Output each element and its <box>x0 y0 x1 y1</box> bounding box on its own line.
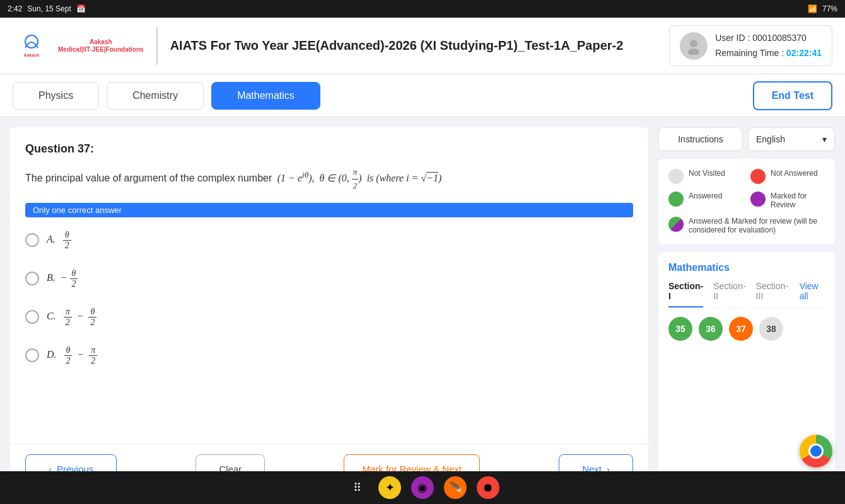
tab-physics[interactable]: Physics <box>13 82 99 110</box>
taskbar: ⠿ ✦ ◉ 🪶 ⏺ <box>0 471 845 504</box>
user-info-box: User ID : 00010085370 Remaining Time : 0… <box>669 25 832 67</box>
question-numbers-grid: 35 36 37 38 <box>668 317 825 341</box>
answered-dot <box>668 192 684 207</box>
answered-marked-dot <box>668 217 684 232</box>
calendar-icon: 📅 <box>76 4 86 13</box>
remaining-time-label: Remaining Time <box>715 48 779 58</box>
svg-point-3 <box>688 49 699 55</box>
legend-answered-marked: Answered & Marked for review (will be co… <box>668 217 825 234</box>
legend-marked: Marked for Review <box>750 192 825 209</box>
section-tab-i[interactable]: Section-I <box>668 281 703 307</box>
option-a: A. θ 2 <box>25 230 633 251</box>
option-d: D. θ 2 − π 2 <box>25 345 633 366</box>
question-number: Question 37: <box>25 142 633 156</box>
subject-tabs-bar: Physics Chemistry Mathematics End Test <box>0 74 845 117</box>
taskbar-feather-icon[interactable]: 🪶 <box>444 476 467 499</box>
remaining-time-colon: : <box>781 48 786 58</box>
legend-not-answered: Not Answered <box>750 169 825 184</box>
section-tab-ii[interactable]: Section-II <box>713 281 745 307</box>
option-c-radio[interactable] <box>25 310 39 324</box>
q-num-37[interactable]: 37 <box>729 317 753 341</box>
option-d-radio[interactable] <box>25 348 39 362</box>
chrome-inner <box>808 444 824 459</box>
not-answered-label: Not Answered <box>771 169 818 178</box>
question-text: The principal value of argument of the c… <box>25 166 633 193</box>
option-c-label: C. π 2 − θ 2 <box>47 307 96 328</box>
q-num-38[interactable]: 38 <box>759 317 783 341</box>
language-label: English <box>756 134 785 144</box>
q-num-36[interactable]: 36 <box>699 317 723 341</box>
chevron-down-icon: ▾ <box>822 134 827 144</box>
view-all-link[interactable]: View all <box>800 281 825 307</box>
header-divider <box>156 27 158 65</box>
option-d-label: D. θ 2 − π 2 <box>47 345 97 366</box>
option-a-radio[interactable] <box>25 233 39 247</box>
marked-dot <box>750 192 766 207</box>
section-tab-iii[interactable]: Section-III <box>756 281 790 307</box>
answer-type-badge: Only one correct answer <box>25 203 633 217</box>
status-bar: 2:42 Sun, 15 Sept 📅 📶 77% <box>0 0 845 18</box>
logo-image: Aakash <box>13 27 50 65</box>
not-answered-dot <box>750 169 766 184</box>
wifi-icon: 📶 <box>808 4 817 13</box>
user-details: User ID : 00010085370 Remaining Time : 0… <box>715 31 822 61</box>
instructions-label: Instructions <box>678 134 723 144</box>
option-b-radio[interactable] <box>25 272 39 285</box>
svg-text:Aakash: Aakash <box>24 53 40 57</box>
answered-label: Answered <box>689 192 722 200</box>
chrome-icon[interactable] <box>800 435 832 467</box>
status-time: 2:42 <box>8 4 22 13</box>
avatar <box>680 32 708 60</box>
status-day: Sun, 15 Sept <box>27 4 71 13</box>
legend-not-visited: Not Visited <box>668 169 743 184</box>
question-panel: Question 37: The principal value of argu… <box>10 127 648 494</box>
header: Aakash Aakash Medical|IIT-JEE|Foundation… <box>0 18 845 74</box>
sidebar-top-row: Instructions English ▾ <box>658 127 835 151</box>
q-num-35[interactable]: 35 <box>668 317 692 341</box>
marked-label: Marked for Review <box>771 192 825 209</box>
tab-mathematics[interactable]: Mathematics <box>211 82 320 110</box>
legend-answered: Answered <box>668 192 743 209</box>
battery-level: 77% <box>822 4 837 13</box>
section-tabs: Section-I Section-II Section-III View al… <box>668 281 825 308</box>
not-visited-label: Not Visited <box>689 169 725 178</box>
user-id-value: 00010085370 <box>752 33 807 43</box>
language-select[interactable]: English ▾ <box>748 127 835 151</box>
logo-text: Aakash Medical|IIT-JEE|Foundations <box>58 38 144 54</box>
taskbar-circle-icon[interactable]: ◉ <box>411 476 434 499</box>
question-math-expr: (1 − eiθ), θ ∈ (0, π2) is (where i = √−1… <box>275 173 442 183</box>
remaining-time-value: 02:22:41 <box>786 48 822 58</box>
end-test-button[interactable]: End Test <box>753 81 832 110</box>
main-content: Question 37: The principal value of argu… <box>0 117 845 504</box>
exam-title: AIATS For Two Year JEE(Advanced)-2026 (X… <box>170 38 657 53</box>
taskbar-record-icon[interactable]: ⏺ <box>477 476 499 499</box>
answered-marked-label: Answered & Marked for review (will be co… <box>689 217 825 234</box>
svg-point-2 <box>690 40 697 47</box>
logo-area: Aakash Aakash Medical|IIT-JEE|Foundation… <box>13 27 144 65</box>
question-text-prefix: The principal value of argument of the c… <box>25 173 272 183</box>
option-b-label: B. − θ 2 <box>47 268 78 289</box>
user-id-label: User ID <box>715 33 745 43</box>
taskbar-star-icon[interactable]: ✦ <box>378 476 401 499</box>
tab-chemistry[interactable]: Chemistry <box>107 82 204 110</box>
taskbar-grid-icon[interactable]: ⠿ <box>346 476 368 499</box>
math-section-title: Mathematics <box>668 262 825 273</box>
option-c: C. π 2 − θ 2 <box>25 307 633 328</box>
not-visited-dot <box>668 169 684 184</box>
instructions-button[interactable]: Instructions <box>658 127 743 151</box>
legend-box: Not Visited Not Answered Answered Marked… <box>658 159 835 244</box>
options-list: A. θ 2 B. − θ 2 <box>25 230 633 479</box>
option-a-label: A. θ 2 <box>47 230 71 251</box>
option-b: B. − θ 2 <box>25 268 633 289</box>
